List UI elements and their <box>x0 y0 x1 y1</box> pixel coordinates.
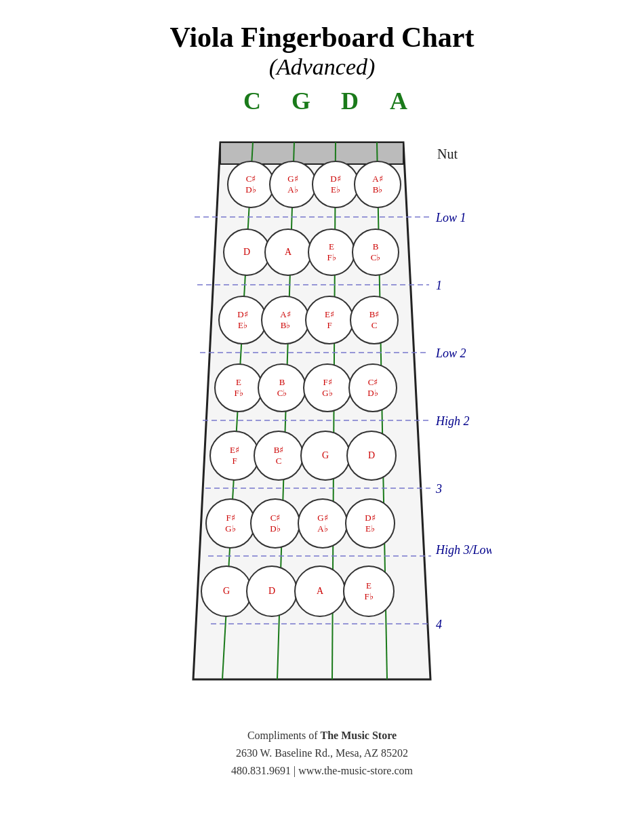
svg-text:F♯: F♯ <box>226 513 235 523</box>
svg-text:Nut: Nut <box>437 146 458 161</box>
svg-text:1: 1 <box>436 279 442 292</box>
svg-text:3: 3 <box>435 482 442 496</box>
footer-store-name: The Music Store <box>320 730 397 741</box>
svg-text:G: G <box>223 586 230 596</box>
svg-text:4: 4 <box>436 618 442 631</box>
svg-text:B♭: B♭ <box>373 184 383 195</box>
svg-text:F♭: F♭ <box>364 591 373 601</box>
svg-text:F♯: F♯ <box>323 377 331 387</box>
svg-text:A: A <box>285 247 292 257</box>
svg-text:B♭: B♭ <box>281 320 291 330</box>
svg-text:D♯: D♯ <box>330 174 340 184</box>
svg-text:A: A <box>317 586 324 596</box>
svg-text:C♭: C♭ <box>277 388 287 398</box>
footer-address: 2630 W. Baseline Rd., Mesa, AZ 85202 <box>231 744 413 762</box>
string-label-c: C <box>228 87 277 115</box>
svg-text:G: G <box>322 450 329 460</box>
svg-text:D♯: D♯ <box>237 309 247 319</box>
svg-text:B: B <box>279 377 285 387</box>
svg-text:F♭: F♭ <box>234 388 243 398</box>
svg-text:D: D <box>368 450 375 460</box>
string-label-d: D <box>325 87 374 115</box>
svg-text:G♭: G♭ <box>225 523 235 534</box>
svg-text:E: E <box>329 241 334 252</box>
svg-text:B♯: B♯ <box>274 445 284 455</box>
fingerboard-chart: C G D A Nut Low 1 1 <box>153 87 491 707</box>
string-labels: C G D A <box>153 87 491 115</box>
string-label-g: G <box>277 87 325 115</box>
footer-compliments: Compliments of The Music Store <box>231 727 413 744</box>
svg-text:Low 2: Low 2 <box>435 346 466 360</box>
svg-text:D: D <box>243 247 250 257</box>
svg-text:D♭: D♭ <box>367 388 378 398</box>
svg-text:High 2: High 2 <box>435 414 470 428</box>
svg-text:A♯: A♯ <box>372 174 382 184</box>
svg-text:B: B <box>373 241 379 252</box>
svg-text:E♭: E♭ <box>238 320 247 330</box>
svg-text:D♭: D♭ <box>245 184 256 195</box>
svg-text:Low 1: Low 1 <box>435 211 466 224</box>
svg-text:G♯: G♯ <box>317 513 327 523</box>
string-label-a: A <box>374 87 423 115</box>
footer-contact: 480.831.9691 | www.the-music-store.com <box>231 762 413 780</box>
svg-text:G♯: G♯ <box>287 174 298 184</box>
svg-text:D♯: D♯ <box>365 513 375 523</box>
page-subtitle: (Advanced) <box>269 54 376 80</box>
svg-text:A♭: A♭ <box>317 523 327 534</box>
svg-text:F: F <box>327 320 331 330</box>
footer: Compliments of The Music Store 2630 W. B… <box>231 727 413 779</box>
svg-text:B♯: B♯ <box>369 309 380 319</box>
svg-text:G♭: G♭ <box>322 388 332 398</box>
svg-text:C♭: C♭ <box>371 252 381 262</box>
fingerboard-svg: Nut Low 1 1 Low 2 High 2 3 High 3/Low 4 … <box>153 117 491 707</box>
svg-text:C♯: C♯ <box>368 377 378 387</box>
svg-text:C: C <box>371 320 378 330</box>
svg-text:A♭: A♭ <box>287 184 298 195</box>
svg-text:E♭: E♭ <box>331 184 340 195</box>
svg-text:High 3/Low 4: High 3/Low 4 <box>435 543 491 557</box>
svg-text:C♯: C♯ <box>270 513 281 523</box>
svg-text:D: D <box>268 586 275 596</box>
svg-text:E: E <box>366 580 371 591</box>
svg-text:E♭: E♭ <box>365 523 375 534</box>
svg-text:E♯: E♯ <box>325 309 334 319</box>
svg-text:C: C <box>276 456 282 466</box>
svg-text:F: F <box>232 456 237 466</box>
page-title: Viola Fingerboard Chart <box>170 20 475 54</box>
svg-text:E: E <box>236 377 241 387</box>
svg-text:A♯: A♯ <box>280 309 290 319</box>
svg-text:D♭: D♭ <box>270 523 280 534</box>
svg-text:E♯: E♯ <box>230 445 239 455</box>
svg-text:C♯: C♯ <box>246 174 256 184</box>
svg-text:F♭: F♭ <box>327 252 336 262</box>
